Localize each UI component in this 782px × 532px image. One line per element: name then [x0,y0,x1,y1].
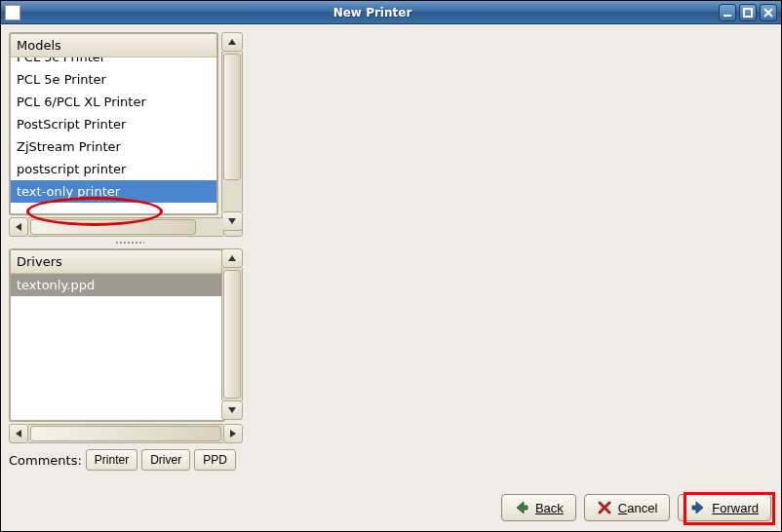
models-vscrollbar[interactable] [221,32,243,231]
scroll-track[interactable] [28,424,223,443]
scroll-down-button[interactable] [221,400,243,420]
scroll-left-button[interactable] [9,424,28,443]
footer-buttons: Back Cancel Forward [501,494,771,521]
list-item[interactable]: PostScript Printer [11,113,216,135]
scroll-thumb[interactable] [223,54,241,180]
window: New Printer Models PCL 5c PrinterPCL 5e … [0,0,782,532]
drivers-header: Drivers [11,250,223,274]
models-list[interactable]: PCL 5c PrinterPCL 5e PrinterPCL 6/PCL XL… [11,57,216,213]
list-item[interactable]: PCL 6/PCL XL Printer [11,91,216,113]
list-item[interactable]: text-only printer [11,180,216,203]
arrow-left-icon [514,500,529,515]
scroll-track[interactable] [221,52,243,211]
scroll-down-button[interactable] [221,211,243,231]
scroll-up-button[interactable] [221,248,243,268]
minimize-button[interactable] [719,4,736,21]
models-header: Models [11,34,216,57]
back-button[interactable]: Back [501,494,576,521]
close-button[interactable] [760,4,777,21]
comments-row: Comments: Printer Driver PPD [9,449,251,471]
list-item[interactable]: postscript printer [11,158,216,180]
comments-label: Comments: [9,453,82,468]
back-label: Back [535,501,564,515]
scroll-thumb[interactable] [30,426,221,441]
arrow-right-icon [690,500,706,515]
maximize-button[interactable] [739,4,757,21]
forward-button[interactable]: Forward [678,494,771,521]
window-title: New Printer [26,6,719,19]
titlebar[interactable]: New Printer [1,1,781,24]
comments-driver-button[interactable]: Driver [141,449,190,471]
drivers-hscrollbar[interactable] [9,424,243,443]
forward-label: Forward [712,501,759,515]
svg-rect-0 [744,9,752,17]
scroll-up-button[interactable] [221,32,243,52]
list-item[interactable]: PCL 5e Printer [11,68,216,91]
scroll-thumb[interactable] [30,219,196,235]
pane-splitter[interactable] [9,239,251,247]
models-hscrollbar[interactable] [9,217,243,237]
drivers-list[interactable]: textonly.ppd [11,274,223,420]
drivers-vscrollbar[interactable] [221,248,243,420]
cancel-label: Cancel [618,501,657,515]
scroll-right-button[interactable] [223,424,243,443]
scroll-thumb[interactable] [223,270,241,399]
models-panel: Models PCL 5c PrinterPCL 5e PrinterPCL 6… [9,32,218,215]
comments-ppd-button[interactable]: PPD [194,449,236,471]
list-item[interactable]: textonly.ppd [11,274,223,296]
list-item[interactable]: PCL 5c Printer [11,57,216,68]
dialog-content: Models PCL 5c PrinterPCL 5e PrinterPCL 6… [1,24,781,531]
app-icon [5,5,20,20]
scroll-left-button[interactable] [9,217,28,237]
window-controls [719,4,777,21]
drivers-panel: Drivers textonly.ppd [9,248,225,422]
cancel-button[interactable]: Cancel [584,494,670,521]
scroll-track[interactable] [221,268,243,400]
cancel-icon [597,500,612,515]
list-item[interactable]: ZjStream Printer [11,135,216,158]
scroll-track[interactable] [28,217,223,237]
comments-printer-button[interactable]: Printer [86,449,137,471]
